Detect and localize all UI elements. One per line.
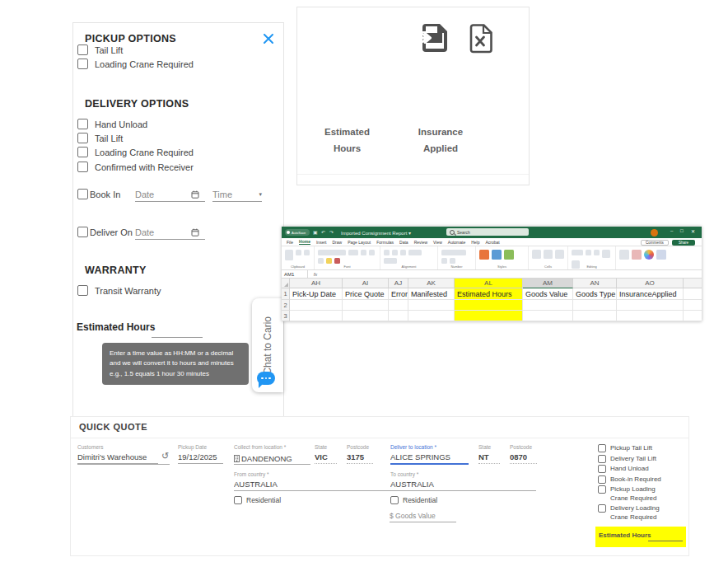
underline-button[interactable] — [318, 258, 324, 264]
cell-ai3[interactable] — [343, 311, 389, 321]
cell-an3[interactable] — [573, 311, 617, 321]
goods-value-input[interactable] — [390, 512, 456, 522]
tab-automate[interactable]: Automate — [448, 240, 465, 245]
cell-styles-button[interactable] — [504, 250, 514, 260]
conditional-formatting-button[interactable] — [479, 250, 489, 260]
fill-color-button[interactable] — [326, 258, 332, 264]
cell-ah1[interactable]: Pick-Up Date — [290, 288, 343, 300]
cell-an1[interactable]: Goods Type — [573, 288, 617, 300]
tab-acrobat[interactable]: Acrobat — [486, 240, 500, 245]
chevron-down-icon[interactable]: ▾ — [259, 191, 262, 198]
cell-ao2[interactable] — [617, 300, 684, 311]
deliver-location-input[interactable] — [390, 452, 469, 465]
redo-icon[interactable]: ↷ — [329, 229, 334, 235]
save-icon[interactable]: ▣ — [313, 229, 318, 235]
checkbox[interactable] — [234, 496, 242, 504]
share-button[interactable]: Share — [672, 240, 695, 246]
comma-button[interactable] — [450, 258, 455, 264]
tab-data[interactable]: Data — [399, 240, 408, 245]
tab-draw[interactable]: Draw — [332, 240, 342, 245]
cell-aj2[interactable] — [389, 300, 408, 311]
cell-ai1[interactable]: Price Quote — [343, 288, 389, 300]
to-postcode-input[interactable] — [510, 452, 537, 464]
copy-button[interactable] — [304, 250, 310, 255]
column-header-an[interactable]: AN — [573, 279, 617, 288]
cell-ah2[interactable] — [290, 300, 343, 311]
checkbox[interactable] — [598, 475, 606, 484]
select-all-corner[interactable] — [282, 279, 290, 288]
align-top-button[interactable] — [384, 250, 390, 255]
delete-cells-button[interactable] — [544, 250, 553, 259]
cell-ah3[interactable] — [290, 311, 343, 321]
checkbox[interactable] — [77, 133, 88, 143]
row-header-2[interactable]: 2 — [282, 300, 290, 311]
checkbox[interactable] — [598, 504, 606, 513]
tab-formulas[interactable]: Formulas — [376, 240, 394, 245]
cell-al2[interactable] — [455, 300, 523, 311]
autosum-button[interactable] — [572, 250, 583, 255]
cell-am3[interactable] — [523, 311, 573, 321]
tab-file[interactable]: File — [287, 240, 293, 245]
tab-page-layout[interactable]: Page Layout — [348, 240, 371, 245]
insert-cells-button[interactable] — [532, 250, 541, 259]
align-bottom-button[interactable] — [400, 250, 406, 255]
column-header-ak[interactable]: AK — [408, 279, 455, 288]
number-format-control[interactable] — [441, 250, 466, 255]
column-header-ah[interactable]: AH — [290, 279, 343, 288]
tab-review[interactable]: Review — [414, 240, 427, 245]
copilot-button[interactable] — [644, 250, 654, 260]
undo-icon[interactable]: ↶ — [321, 229, 325, 235]
estimated-hours-input[interactable] — [152, 325, 203, 338]
cell-aj1[interactable]: Error — [389, 288, 408, 300]
checkbox[interactable] — [77, 285, 88, 296]
formula-input[interactable] — [323, 270, 702, 278]
column-header-aj[interactable]: AJ — [389, 279, 408, 288]
column-header-al[interactable]: AL — [455, 279, 523, 288]
merge-center-button[interactable] — [384, 258, 397, 264]
tab-view[interactable]: View — [433, 240, 442, 245]
name-box[interactable]: AM1 — [282, 270, 308, 278]
cell-ao3[interactable] — [617, 311, 684, 321]
checkbox[interactable] — [598, 444, 606, 452]
search-box[interactable]: Search — [446, 228, 529, 236]
cell-al1[interactable]: Estimated Hours — [455, 288, 523, 300]
paste-button[interactable] — [285, 250, 293, 260]
collect-location-input[interactable] — [241, 454, 309, 463]
cell-an2[interactable] — [573, 300, 617, 311]
from-state-input[interactable] — [315, 452, 337, 464]
align-middle-button[interactable] — [392, 250, 398, 255]
font-name-control[interactable] — [318, 250, 346, 255]
checkbox[interactable] — [77, 59, 88, 69]
cell-ak2[interactable] — [408, 300, 455, 311]
wrap-text-button[interactable] — [408, 250, 422, 255]
minimize-icon[interactable]: – — [670, 228, 673, 233]
from-postcode-input[interactable] — [347, 452, 373, 464]
to-state-input[interactable] — [478, 452, 500, 464]
column-header-ai[interactable]: AI — [343, 279, 389, 288]
format-cells-button[interactable] — [555, 250, 564, 259]
add-ins-button[interactable] — [632, 250, 642, 260]
comments-button[interactable]: Comments — [641, 240, 669, 246]
chat-bubble-icon[interactable] — [257, 372, 275, 385]
font-color-button[interactable] — [334, 258, 340, 264]
avatar[interactable] — [651, 229, 658, 237]
to-country-input[interactable] — [390, 480, 536, 491]
bold-button[interactable] — [361, 250, 366, 255]
create-pdf-button[interactable] — [656, 250, 666, 260]
book-in-time-input[interactable] — [212, 190, 247, 199]
cut-button[interactable] — [296, 250, 301, 255]
tab-home[interactable]: Home — [299, 239, 310, 245]
close-icon[interactable] — [264, 34, 273, 44]
checkbox[interactable] — [77, 119, 88, 129]
tab-insert[interactable]: Insert — [316, 240, 327, 245]
cell-ao1[interactable]: InsuranceApplied — [617, 288, 684, 300]
tab-help[interactable]: Help — [471, 240, 479, 245]
book-in-checkbox[interactable] — [77, 189, 88, 199]
pickup-date-input[interactable] — [178, 452, 223, 464]
cell-am2[interactable] — [523, 300, 573, 311]
quote-estimated-hours-input[interactable] — [648, 530, 683, 541]
cell-aj3[interactable] — [389, 311, 408, 321]
deliver-on-checkbox[interactable] — [77, 227, 88, 237]
italic-button[interactable] — [369, 250, 375, 255]
calendar-icon[interactable] — [191, 190, 199, 199]
